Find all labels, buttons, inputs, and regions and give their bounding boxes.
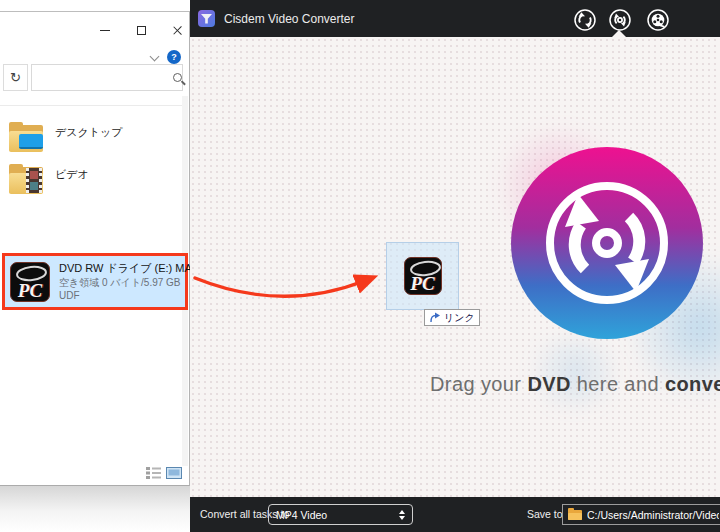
video-converter-tab-icon[interactable] bbox=[573, 8, 597, 32]
drop-hint-dvd: DVD bbox=[527, 373, 570, 395]
list-view-icon[interactable] bbox=[146, 467, 161, 479]
collapse-ribbon-chevron-icon[interactable] bbox=[150, 52, 160, 62]
output-format-value: MP4 Video bbox=[276, 509, 399, 521]
minimize-button[interactable] bbox=[96, 22, 114, 38]
drag-direction-arrow bbox=[190, 247, 390, 327]
shortcut-arrow-icon bbox=[429, 312, 440, 323]
help-button[interactable]: ? bbox=[167, 50, 181, 64]
view-toggles bbox=[146, 467, 182, 479]
window-controls bbox=[96, 21, 186, 39]
file-explorer-window: ? ↻ デスクトップ ビデオ PC DVD RW ドライブ (E:) MATRI… bbox=[0, 11, 190, 486]
folder-label: デスクトップ bbox=[55, 125, 123, 152]
divider bbox=[0, 105, 183, 106]
dragged-disc-ghost[interactable]: PC bbox=[386, 242, 459, 310]
dvd-disc-icon: PC bbox=[10, 262, 50, 302]
footer-bar: Convert all tasks to MP4 Video Save to C… bbox=[190, 497, 720, 532]
tooltip-label: リンク bbox=[444, 311, 475, 325]
save-path-picker[interactable]: C:/Users/Administrator/Videos/Cisdem Vid… bbox=[562, 504, 720, 525]
select-stepper-icon bbox=[399, 510, 405, 520]
dvd-ripper-tab-icon[interactable] bbox=[608, 8, 632, 32]
toolbox-tab-icon[interactable] bbox=[646, 8, 670, 32]
disc-label: PC bbox=[11, 281, 49, 300]
list-item-videos[interactable]: ビデオ bbox=[9, 164, 89, 194]
desktop-folder-icon bbox=[9, 122, 45, 152]
close-icon bbox=[172, 25, 183, 36]
folder-label: ビデオ bbox=[55, 167, 89, 194]
convert-logo bbox=[507, 143, 707, 343]
help-icon: ? bbox=[171, 52, 177, 62]
maximize-icon bbox=[137, 26, 146, 35]
cisdem-video-converter-window: Cisdem Video Converter bbox=[190, 0, 720, 532]
save-to-label: Save to bbox=[527, 508, 563, 520]
video-folder-icon bbox=[9, 164, 45, 194]
dvd-disc-icon: PC bbox=[404, 257, 442, 295]
minimize-icon bbox=[100, 30, 110, 31]
drop-hint-convert: convert bbox=[665, 373, 720, 395]
drag-link-tooltip: リンク bbox=[424, 309, 480, 326]
dvd-drive-item[interactable]: PC DVD RW ドライブ (E:) MATRIX 空き領域 0 バイト/5.… bbox=[2, 253, 188, 310]
titlebar[interactable]: Cisdem Video Converter bbox=[190, 0, 720, 37]
app-logo-icon bbox=[198, 10, 215, 27]
drop-hint-part2: here and bbox=[571, 373, 665, 395]
drop-zone[interactable]: Drag your DVD here and convert PC リンク bbox=[190, 37, 720, 497]
drop-hint-part1: Drag your bbox=[430, 373, 527, 395]
close-button[interactable] bbox=[168, 22, 186, 38]
search-box[interactable] bbox=[31, 64, 183, 91]
refresh-icon: ↻ bbox=[10, 70, 21, 85]
refresh-button[interactable]: ↻ bbox=[3, 64, 28, 91]
window-title: Cisdem Video Converter bbox=[224, 12, 355, 26]
maximize-button[interactable] bbox=[132, 22, 150, 38]
watercolor-blob bbox=[520, 337, 630, 407]
folder-icon bbox=[568, 510, 582, 520]
search-input[interactable] bbox=[32, 65, 182, 90]
list-item-desktop[interactable]: デスクトップ bbox=[9, 122, 123, 152]
desktop-area bbox=[0, 486, 190, 532]
drop-hint-text: Drag your DVD here and convert bbox=[430, 373, 720, 396]
thumbnail-view-icon[interactable] bbox=[166, 467, 182, 479]
disc-label: PC bbox=[405, 274, 441, 293]
output-format-select[interactable]: MP4 Video bbox=[268, 504, 413, 525]
active-tab-caret bbox=[612, 30, 626, 37]
save-path-value: C:/Users/Administrator/Videos/Cisdem Vid… bbox=[587, 509, 719, 521]
